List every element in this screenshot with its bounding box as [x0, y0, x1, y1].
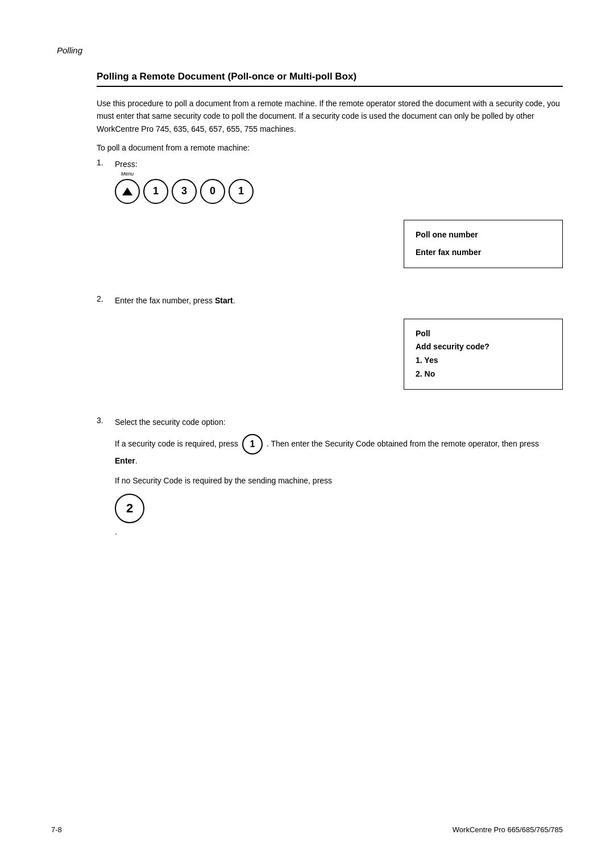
key-3: 3 [172, 179, 197, 204]
step-2-content: Enter the fax number, press Start. Poll … [115, 294, 563, 406]
footer-left: 7-8 [51, 825, 62, 834]
step-1-number: 1. [97, 158, 115, 167]
security-text-4: If no Security Code is required by the s… [115, 476, 332, 485]
step-2-number: 2. [97, 294, 115, 303]
display-box-1: Poll one number Enter fax number [404, 220, 563, 269]
step-2: 2. Enter the fax number, press Start. Po… [97, 294, 563, 406]
step-1: 1. Press: Menu 1 3 0 1 [97, 158, 563, 284]
steps-list: 1. Press: Menu 1 3 0 1 [97, 158, 563, 538]
display-line-2: Enter fax number [416, 246, 551, 260]
triangle-icon [122, 187, 132, 195]
page-heading: Polling a Remote Document (Poll-once or … [97, 71, 563, 87]
key-menu-button: Menu [115, 179, 140, 204]
security-para-2: If no Security Code is required by the s… [115, 474, 563, 487]
intro-paragraph: Use this procedure to poll a document fr… [97, 97, 563, 135]
step-1-label: Press: [115, 158, 563, 170]
key-0: 0 [200, 179, 225, 204]
security-key-1: 1 [242, 434, 263, 454]
sub-intro: To poll a document from a remote machine… [97, 143, 563, 152]
display-line-no: 2. No [416, 368, 551, 381]
step-1-content: Press: Menu 1 3 0 1 [115, 158, 563, 284]
step-2-label: Enter the fax number, press Start. [115, 294, 563, 307]
security-para-1: If a security code is required, press 1 … [115, 434, 563, 467]
step-3: 3. Select the security code option: If a… [97, 416, 563, 539]
page: Polling Polling a Remote Document (Poll-… [0, 0, 614, 868]
menu-key-circle [115, 179, 140, 204]
footer-right: WorkCentre Pro 665/685/765/785 [453, 825, 563, 834]
security-text-5: . [115, 527, 117, 536]
security-bold-enter: Enter [115, 456, 135, 465]
main-content: Polling a Remote Document (Poll-once or … [97, 71, 563, 538]
step-3-content: Select the security code option: If a se… [115, 416, 563, 539]
footer: 7-8 WorkCentre Pro 665/685/765/785 [51, 825, 563, 834]
display-line-1: Poll one number [416, 228, 551, 242]
security-text-1: If a security code is required, press [115, 439, 238, 448]
display-line-security-q: Add security code? [416, 340, 551, 354]
key-1b: 1 [229, 179, 254, 204]
security-text-3: . [135, 456, 138, 465]
security-text-2: . Then enter the Security Code obtained … [267, 439, 539, 448]
keys-row: Menu 1 3 0 1 [115, 179, 563, 204]
display-line-yes: 1. Yes [416, 354, 551, 368]
display-box-2: Poll Add security code? 1. Yes 2. No [404, 319, 563, 390]
display-line-poll: Poll [416, 327, 551, 341]
step-3-label: Select the security code option: [115, 416, 563, 428]
section-title: Polling [57, 45, 563, 55]
security-key-2: 2 [115, 494, 144, 523]
key-1: 1 [143, 179, 168, 204]
security-section: If a security code is required, press 1 … [115, 434, 563, 538]
menu-label: Menu [121, 171, 134, 177]
step-3-number: 3. [97, 416, 115, 425]
